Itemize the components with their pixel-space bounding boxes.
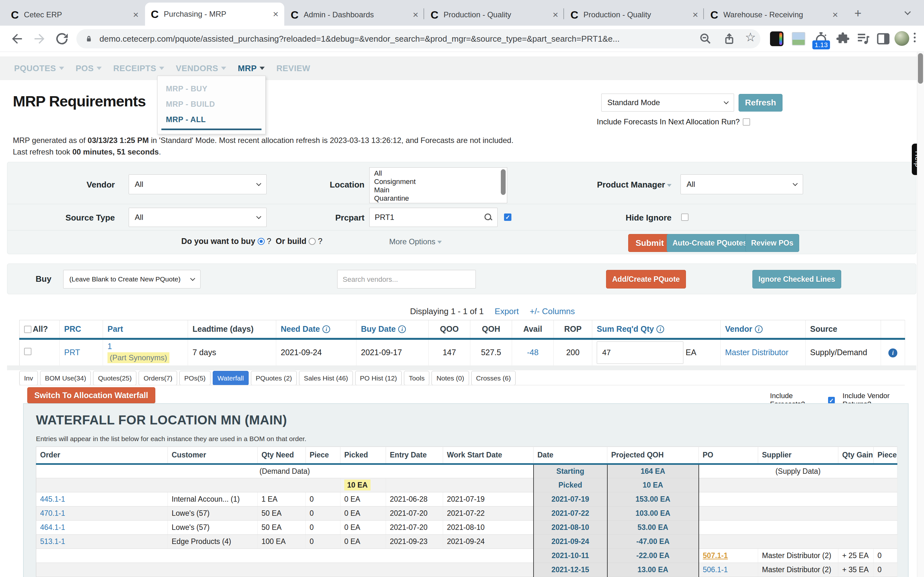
col-sum-reqd-qty[interactable]: Sum Req'd Qtyi: [592, 320, 720, 339]
location-option[interactable]: Main: [374, 186, 507, 194]
menu-item-mrp-buy[interactable]: MRP - BUY: [158, 81, 265, 97]
po-link[interactable]: 506.1-1: [703, 566, 728, 574]
browser-tab[interactable]: C Production - Quality ×: [565, 4, 704, 26]
include-forecasts-next-run-checkbox[interactable]: [743, 118, 750, 126]
browser-tab[interactable]: C Warehouse - Receiving ×: [704, 4, 844, 26]
submit-button[interactable]: Submit: [628, 234, 671, 252]
product-manager-select[interactable]: All: [680, 174, 803, 194]
col-need-date[interactable]: Need Datei: [276, 320, 357, 339]
col-part[interactable]: Part: [103, 320, 188, 339]
vendor-search-input[interactable]: [337, 270, 476, 288]
row-info-icon[interactable]: i: [888, 348, 897, 358]
tab-close-icon[interactable]: ×: [133, 9, 139, 20]
add-create-pquote-button[interactable]: Add/Create PQuote: [606, 270, 686, 288]
pquote-select[interactable]: (Leave Blank to Create New PQuote): [63, 270, 200, 288]
image-extension-icon[interactable]: [792, 32, 805, 45]
doc-extension-icon[interactable]: [770, 31, 783, 46]
tab-inv[interactable]: Inv: [19, 371, 38, 385]
review-pos-button[interactable]: Review POs: [745, 234, 799, 252]
browser-tab-active[interactable]: C Purchasing - MRP ×: [145, 3, 284, 26]
source-type-select[interactable]: All: [129, 208, 267, 227]
tab-tools[interactable]: Tools: [404, 371, 429, 385]
tab-close-icon[interactable]: ×: [832, 9, 838, 20]
location-option[interactable]: Quarantine: [374, 194, 507, 203]
refresh-button[interactable]: Refresh: [738, 94, 782, 111]
export-link[interactable]: Export: [495, 306, 519, 316]
row-checkbox[interactable]: [24, 348, 31, 355]
hide-ignore-checkbox[interactable]: [681, 213, 688, 221]
page-scrollbar-track[interactable]: [917, 52, 924, 577]
new-tab-button[interactable]: +: [851, 6, 865, 21]
nav-pos[interactable]: POS: [76, 63, 102, 73]
listbox-scrollbar[interactable]: [501, 169, 506, 195]
order-link[interactable]: 513.1-1: [40, 537, 65, 546]
url-bar[interactable]: demo.cetecerp.com/pquote/assisted_purcha…: [76, 29, 760, 48]
nav-vendors[interactable]: VENDORS: [176, 63, 226, 73]
bookmark-star-icon[interactable]: ☆: [745, 30, 756, 44]
browser-menu-kebab-icon[interactable]: [914, 31, 916, 44]
tab-quotes[interactable]: Quotes(25): [93, 371, 136, 385]
location-option[interactable]: Consignment: [374, 177, 507, 186]
order-link[interactable]: 464.1-1: [40, 523, 65, 532]
page-scrollbar-thumb[interactable]: [918, 53, 923, 84]
mode-select[interactable]: Standard Mode: [601, 93, 734, 111]
part-link[interactable]: 1: [107, 342, 112, 351]
info-icon[interactable]: i: [656, 326, 664, 333]
columns-link[interactable]: +/- Columns: [530, 306, 575, 316]
tab-sales-hist[interactable]: Sales Hist (46): [299, 371, 353, 385]
forward-icon[interactable]: [32, 31, 47, 46]
browser-tab[interactable]: C Cetec ERP ×: [5, 4, 144, 26]
tab-close-icon[interactable]: ×: [692, 9, 698, 20]
po-link[interactable]: 507.1-1: [703, 551, 728, 560]
tab-close-icon[interactable]: ×: [413, 9, 418, 20]
tab-crosses[interactable]: Crosses (6): [471, 371, 516, 385]
tab-close-icon[interactable]: ×: [273, 9, 278, 19]
search-icon[interactable]: [484, 213, 493, 221]
menu-item-mrp-all[interactable]: MRP - ALL: [158, 112, 265, 127]
order-link[interactable]: 470.1-1: [40, 509, 65, 517]
reload-icon[interactable]: [55, 31, 69, 46]
location-option[interactable]: All: [374, 169, 507, 177]
select-all-checkbox[interactable]: [24, 326, 31, 333]
nav-review[interactable]: REVIEW: [276, 63, 310, 73]
prc-link[interactable]: PRT: [64, 348, 80, 357]
tab-po-hist[interactable]: PO Hist (12): [355, 371, 402, 385]
nav-mrp[interactable]: MRP: [238, 63, 265, 73]
col-prc[interactable]: PRC: [60, 320, 103, 339]
avail-link[interactable]: -48: [527, 348, 538, 357]
media-playlist-icon[interactable]: [856, 31, 871, 46]
browser-tab[interactable]: C Production - Quality ×: [425, 4, 564, 26]
more-options-toggle[interactable]: More Options: [389, 237, 442, 246]
tab-orders[interactable]: Orders(7): [139, 371, 177, 385]
include-forecasts-checkbox[interactable]: ✓: [828, 397, 835, 404]
tab-pquotes[interactable]: PQuotes (2): [251, 371, 297, 385]
sum-reqd-qty-input[interactable]: [597, 342, 683, 364]
nav-pquotes[interactable]: PQUOTES: [14, 63, 64, 73]
tab-pos[interactable]: POs(5): [179, 371, 210, 385]
order-link[interactable]: 445.1-1: [40, 495, 65, 503]
prcpart-input[interactable]: [369, 208, 498, 227]
vendor-link[interactable]: Master Distributor: [725, 348, 788, 357]
tab-waterfall[interactable]: Waterfall: [213, 371, 249, 385]
nav-receipts[interactable]: RECEIPTS: [113, 63, 164, 73]
col-buy-date[interactable]: Buy Datei: [357, 320, 429, 339]
tab-bom-use[interactable]: BOM Use(34): [40, 371, 91, 385]
buy-radio[interactable]: [258, 238, 265, 245]
info-icon[interactable]: i: [755, 326, 762, 333]
switch-allocation-waterfall-button[interactable]: Switch To Allocation Waterfall: [27, 387, 155, 403]
prcpart-exact-checkbox[interactable]: ✓: [504, 213, 511, 221]
zoom-out-icon[interactable]: [699, 32, 712, 45]
tab-search-chevron-icon[interactable]: [905, 9, 911, 15]
info-icon[interactable]: i: [322, 326, 330, 333]
menu-item-mrp-build[interactable]: MRP - BUILD: [158, 97, 265, 112]
tab-close-icon[interactable]: ×: [552, 9, 558, 20]
col-vendor[interactable]: Vendori: [720, 320, 806, 339]
vendor-select[interactable]: All: [129, 174, 267, 194]
browser-tab[interactable]: C Admin - Dashboards ×: [285, 4, 424, 26]
part-synonyms[interactable]: (Part Synonyms): [107, 352, 170, 363]
location-multiselect[interactable]: All Consignment Main Quarantine: [369, 167, 507, 203]
extensions-puzzle-icon[interactable]: [835, 31, 850, 46]
share-icon[interactable]: [722, 32, 736, 45]
side-panel-icon[interactable]: [876, 31, 891, 46]
back-icon[interactable]: [10, 31, 24, 46]
